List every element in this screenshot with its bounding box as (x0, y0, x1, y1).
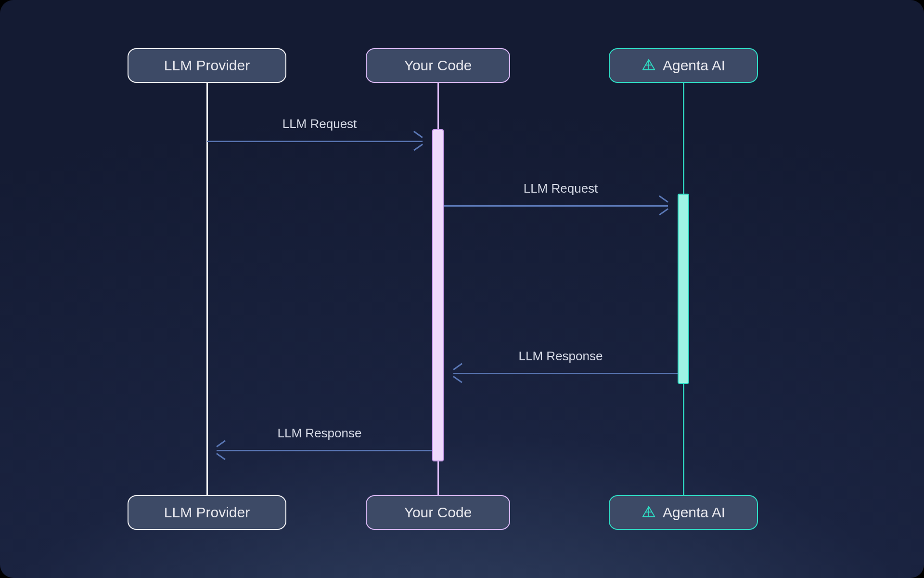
message-label: LLM Response (207, 426, 432, 441)
actor-label: LLM Provider (164, 504, 250, 521)
actor-label: Agenta AI (663, 57, 725, 74)
agenta-logo-icon (642, 58, 656, 73)
message-arrow (444, 205, 668, 207)
activation-your-code (432, 129, 444, 461)
message-label: LLM Response (444, 349, 678, 364)
message-label: LLM Request (207, 117, 432, 131)
message-arrow (453, 373, 678, 374)
actor-label: LLM Provider (164, 57, 250, 74)
actor-llm-provider-bottom: LLM Provider (128, 495, 286, 530)
actor-agenta-top: Agenta AI (609, 48, 758, 83)
activation-agenta (678, 194, 689, 384)
actor-your-code-top: Your Code (366, 48, 510, 83)
actor-agenta-bottom: Agenta AI (609, 495, 758, 530)
actor-label: Your Code (404, 57, 472, 74)
sequence-diagram: LLM Provider Your Code Agenta AI LLM Pro… (0, 0, 924, 578)
actor-label: Your Code (404, 504, 472, 521)
actor-llm-provider-top: LLM Provider (128, 48, 286, 83)
actor-your-code-bottom: Your Code (366, 495, 510, 530)
message-label: LLM Request (444, 181, 678, 196)
message-arrow (207, 141, 423, 142)
actor-label: Agenta AI (663, 504, 725, 521)
agenta-logo-icon (642, 505, 656, 520)
message-arrow (217, 450, 432, 451)
